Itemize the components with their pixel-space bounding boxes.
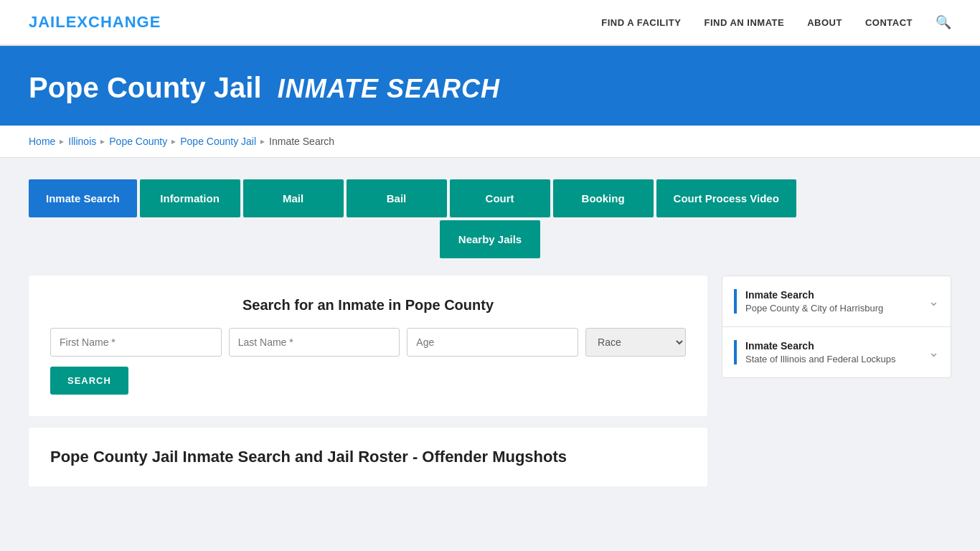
- article-title: Pope County Jail Inmate Search and Jail …: [50, 448, 686, 466]
- age-input[interactable]: [407, 328, 578, 357]
- article-section: Pope County Jail Inmate Search and Jail …: [29, 428, 707, 486]
- first-name-input[interactable]: [50, 328, 222, 357]
- tab-court[interactable]: Court: [450, 179, 550, 217]
- logo-jail: JAIL: [29, 13, 66, 31]
- breadcrumb: Home ▸ Illinois ▸ Pope County ▸ Pope Cou…: [29, 136, 951, 147]
- hero-banner: Pope County Jail INMATE SEARCH: [0, 46, 980, 126]
- chevron-down-icon-1: ⌄: [928, 293, 939, 309]
- search-fields: Race White Black Hispanic Asian Other: [50, 328, 686, 357]
- tab-mail[interactable]: Mail: [243, 179, 344, 217]
- nav-find-facility[interactable]: FIND A FACILITY: [601, 17, 681, 28]
- breadcrumb-pope-county-jail[interactable]: Pope County Jail: [180, 136, 256, 147]
- race-select[interactable]: Race White Black Hispanic Asian Other: [585, 328, 686, 357]
- breadcrumb-bar: Home ▸ Illinois ▸ Pope County ▸ Pope Cou…: [0, 126, 980, 158]
- chevron-down-icon-2: ⌄: [928, 344, 939, 360]
- breadcrumb-sep-2: ▸: [100, 136, 105, 146]
- tab-court-process-video[interactable]: Court Process Video: [656, 179, 796, 217]
- sidebar-item-left-2: Inmate Search State of Illinois and Fede…: [734, 340, 896, 364]
- sidebar-item-1-subtitle: Pope County & City of Harrisburg: [745, 303, 883, 314]
- tab-inmate-search[interactable]: Inmate Search: [29, 179, 137, 217]
- content-area: Search for an Inmate in Pope County Race…: [29, 276, 951, 486]
- breadcrumb-current: Inmate Search: [269, 136, 334, 147]
- nav-contact[interactable]: CONTACT: [865, 17, 913, 28]
- search-form-title: Search for an Inmate in Pope County: [50, 297, 686, 314]
- sidebar-item-state-illinois[interactable]: Inmate Search State of Illinois and Fede…: [722, 327, 951, 377]
- tab-booking[interactable]: Booking: [553, 179, 654, 217]
- nav-find-inmate[interactable]: FIND AN INMATE: [704, 17, 784, 28]
- tab-row-1: Inmate Search Information Mail Bail Cour…: [29, 179, 951, 217]
- sidebar-item-left-1: Inmate Search Pope County & City of Harr…: [734, 289, 883, 314]
- main-nav: FIND A FACILITY FIND AN INMATE ABOUT CON…: [601, 14, 951, 30]
- main-content: Inmate Search Information Mail Bail Cour…: [0, 158, 980, 508]
- page-title: Pope County Jail INMATE SEARCH: [29, 72, 951, 104]
- last-name-input[interactable]: [229, 328, 400, 357]
- tab-bail[interactable]: Bail: [347, 179, 447, 217]
- search-button[interactable]: SEARCH: [50, 367, 128, 395]
- search-icon[interactable]: 🔍: [936, 14, 951, 30]
- breadcrumb-home[interactable]: Home: [29, 136, 55, 147]
- tab-row-2: Nearby Jails: [29, 220, 951, 258]
- left-section: Search for an Inmate in Pope County Race…: [29, 276, 707, 486]
- sidebar-item-2-subtitle: State of Illinois and Federal Lockups: [745, 354, 896, 364]
- sidebar: Inmate Search Pope County & City of Harr…: [722, 276, 951, 378]
- header: JAILEXCHANGE FIND A FACILITY FIND AN INM…: [0, 0, 980, 46]
- logo[interactable]: JAILEXCHANGE: [29, 13, 161, 32]
- sidebar-item-1-title: Inmate Search: [745, 289, 883, 301]
- nav-about[interactable]: ABOUT: [807, 17, 842, 28]
- sidebar-item-2-title: Inmate Search: [745, 340, 896, 352]
- hero-title-main: Pope County Jail: [29, 72, 262, 103]
- sidebar-card: Inmate Search Pope County & City of Harr…: [722, 276, 951, 378]
- breadcrumb-sep-4: ▸: [260, 136, 265, 146]
- breadcrumb-sep-1: ▸: [60, 136, 64, 146]
- logo-exchange: EXCHANGE: [66, 13, 161, 31]
- tab-nearby-jails[interactable]: Nearby Jails: [440, 220, 540, 258]
- sidebar-item-pope-county[interactable]: Inmate Search Pope County & City of Harr…: [722, 276, 951, 327]
- hero-title-italic: INMATE SEARCH: [278, 74, 500, 103]
- search-card: Search for an Inmate in Pope County Race…: [29, 276, 707, 416]
- tab-information[interactable]: Information: [140, 179, 240, 217]
- breadcrumb-sep-3: ▸: [171, 136, 176, 146]
- breadcrumb-illinois[interactable]: Illinois: [68, 136, 96, 147]
- breadcrumb-pope-county[interactable]: Pope County: [109, 136, 167, 147]
